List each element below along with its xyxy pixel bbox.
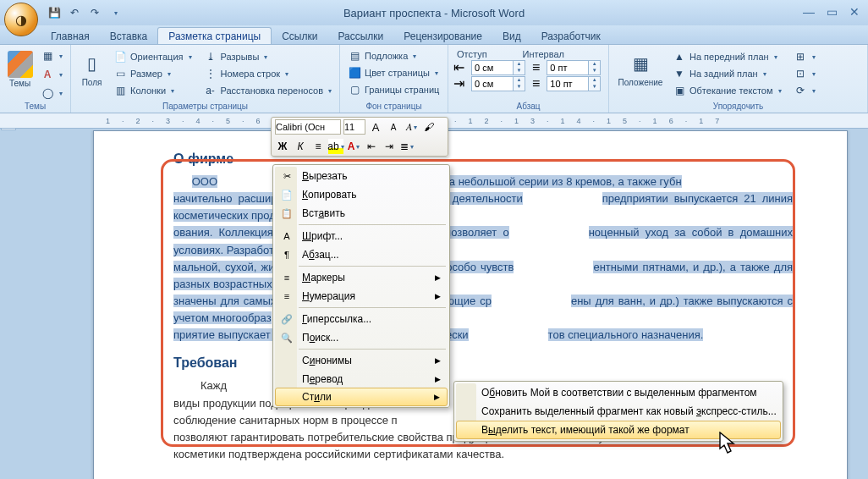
themes-label: Темы: [9, 79, 30, 88]
styles-mini-icon[interactable]: 𝐴: [404, 119, 419, 135]
ctx-search[interactable]: 🔍Поиск...: [275, 328, 448, 347]
minimize-button[interactable]: —: [803, 5, 815, 19]
align-button[interactable]: ⊞: [791, 48, 818, 65]
send-back-button[interactable]: ▼На задний план: [670, 65, 784, 82]
page-borders-button[interactable]: ▢Границы страниц: [345, 81, 442, 98]
tab-mailings[interactable]: Рассылки: [327, 28, 393, 44]
rotate-button[interactable]: ⟳: [791, 82, 818, 99]
columns-icon: ▥: [113, 84, 127, 97]
group-label-paragraph: Абзац: [448, 102, 608, 111]
page-color-button[interactable]: 🟦Цвет страницы: [345, 64, 442, 81]
highlight-icon[interactable]: ab: [328, 139, 343, 154]
colors-icon: ▦: [41, 49, 54, 63]
indent-right-icon: ⇥: [453, 75, 464, 91]
margins-button[interactable]: ▯ Поля: [76, 47, 107, 100]
ctx-paragraph[interactable]: ¶Абзац...: [275, 245, 448, 264]
styles-submenu: Обновить Мой в соответствии с выделенным…: [453, 381, 783, 442]
ctx-translate[interactable]: Перевод▶: [275, 370, 448, 388]
watermark-icon: ▤: [348, 49, 361, 63]
tab-view[interactable]: Вид: [492, 28, 531, 44]
send-back-icon: ▼: [673, 67, 686, 80]
size-button[interactable]: ▭Размер: [111, 65, 194, 82]
group-label-page-setup: Параметры страницы: [71, 102, 339, 111]
theme-effects-button[interactable]: ◯: [38, 85, 65, 102]
spacing-after-icon: ≡: [532, 76, 540, 91]
center-icon[interactable]: ≡: [310, 139, 326, 154]
decrease-indent-icon[interactable]: ⇤: [364, 139, 379, 154]
ctx-synonyms[interactable]: Синонимы▶: [275, 351, 448, 370]
breaks-button[interactable]: ⤓Разрывы: [201, 48, 334, 65]
watermark-button[interactable]: ▤Подложка: [345, 47, 442, 64]
bullets-mini-icon[interactable]: ≣: [399, 139, 415, 154]
indent-right-input[interactable]: ▲▼: [471, 76, 525, 91]
group-label-arrange: Упорядочить: [609, 102, 867, 111]
line-numbers-button[interactable]: ⋮Номера строк: [201, 65, 334, 82]
font-color-icon[interactable]: A: [346, 139, 361, 154]
quick-access-toolbar: 💾 ↶ ↷: [47, 5, 123, 20]
rotate-icon: ⟳: [794, 84, 807, 97]
sub-update-style[interactable]: Обновить Мой в соответствии с выделенным…: [456, 383, 781, 402]
window-title: Вариант проспекта - Microsoft Word: [343, 7, 525, 19]
font-family-input[interactable]: [275, 119, 341, 135]
font-size-input[interactable]: [343, 119, 365, 135]
position-icon: ▦: [628, 51, 653, 76]
effects-icon: ◯: [41, 86, 54, 100]
text-wrap-button[interactable]: ▣Обтекание текстом: [670, 82, 784, 99]
tab-references[interactable]: Ссылки: [272, 28, 327, 44]
ctx-font[interactable]: AШрифт...: [275, 227, 448, 245]
shrink-font-icon[interactable]: A: [386, 119, 401, 135]
line-numbers-icon: ⋮: [204, 67, 217, 80]
sub-save-style[interactable]: Сохранить выделенный фрагмент как новый …: [456, 402, 781, 421]
tab-home[interactable]: Главная: [41, 28, 100, 44]
group-button[interactable]: ⊡: [791, 65, 818, 82]
ctx-numbering[interactable]: ≡Нумерация▶: [275, 287, 448, 306]
spacing-heading: Интервал: [523, 49, 564, 59]
grow-font-icon[interactable]: A: [368, 119, 383, 135]
page-borders-icon: ▢: [348, 83, 361, 96]
ctx-copy[interactable]: 📄Копировать: [275, 185, 448, 204]
tab-insert[interactable]: Вставка: [100, 28, 158, 44]
text-wrap-icon: ▣: [673, 84, 686, 97]
close-button[interactable]: ✕: [849, 5, 860, 19]
fonts-icon: A: [41, 68, 54, 81]
undo-icon[interactable]: ↶: [67, 5, 82, 20]
theme-colors-button[interactable]: ▦: [38, 47, 65, 64]
tab-developer[interactable]: Разработчик: [531, 28, 611, 44]
tab-page-layout[interactable]: Разметка страницы: [157, 27, 272, 44]
heading-requirements: Требован: [173, 355, 793, 371]
mini-toolbar: A A 𝐴 🖌 Ж К ≡ ab A ⇤ ⇥ ≣: [271, 117, 448, 157]
orientation-button[interactable]: 📄Ориентация: [111, 48, 194, 65]
redo-icon[interactable]: ↷: [87, 5, 102, 20]
spacing-before-icon: ≡: [532, 60, 540, 75]
save-icon[interactable]: 💾: [47, 5, 62, 20]
qat-customize-icon[interactable]: [107, 5, 123, 20]
sub-select-similar[interactable]: Выделить текст, имеющий такой же формат: [456, 421, 781, 439]
group-label-themes: Темы: [0, 102, 70, 111]
ctx-styles[interactable]: Стили▶: [275, 388, 448, 406]
hyperlink-icon: 🔗: [280, 312, 294, 326]
theme-fonts-button[interactable]: A: [38, 66, 65, 83]
indent-heading: Отступ: [457, 49, 487, 59]
format-painter-icon[interactable]: 🖌: [421, 119, 437, 135]
themes-button[interactable]: Темы: [5, 48, 35, 101]
office-button[interactable]: ◑: [4, 3, 38, 36]
hyphenation-button[interactable]: a-Расстановка переносов: [201, 82, 334, 99]
bring-front-button[interactable]: ▲На передний план: [670, 48, 784, 65]
align-icon: ⊞: [794, 50, 807, 63]
columns-button[interactable]: ▥Колонки: [111, 82, 194, 99]
increase-indent-icon[interactable]: ⇥: [382, 139, 397, 154]
heading-about: О фирме: [173, 151, 793, 167]
position-button[interactable]: ▦ Положение: [614, 47, 667, 100]
italic-icon[interactable]: К: [293, 139, 308, 154]
ctx-bullets[interactable]: ≡Маркеры▶: [275, 268, 448, 287]
indent-left-input[interactable]: ▲▼: [471, 60, 525, 75]
bold-icon[interactable]: Ж: [275, 139, 290, 154]
spacing-before-input[interactable]: ▲▼: [547, 60, 601, 75]
tab-review[interactable]: Рецензирование: [393, 28, 492, 44]
ctx-paste[interactable]: 📋Вставить: [275, 204, 448, 223]
ctx-hyperlink[interactable]: 🔗Гиперссылка...: [275, 310, 448, 328]
ctx-cut[interactable]: ✂Вырезать: [275, 167, 448, 185]
position-label: Положение: [618, 78, 663, 87]
maximize-button[interactable]: ▭: [827, 5, 838, 19]
spacing-after-input[interactable]: ▲▼: [547, 76, 601, 91]
